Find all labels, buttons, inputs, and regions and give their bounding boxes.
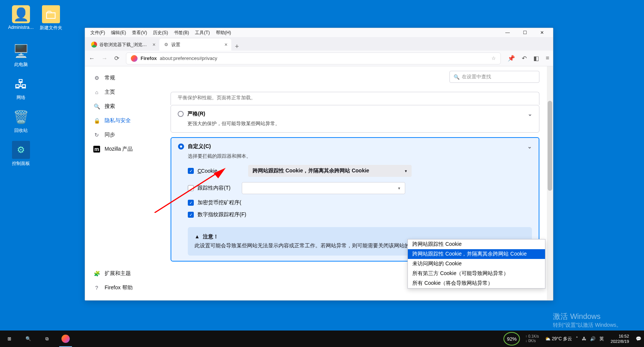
sidebar-item-sync[interactable]: ↻同步 <box>90 128 165 142</box>
settings-content: ⚙常规 ⌂主页 🔍搜索 🔒隐私与安全 ↻同步 mMozilla 产品 🧩扩展和主… <box>85 66 553 300</box>
menu-history[interactable]: 历史(S) <box>150 29 171 37</box>
taskbar-firefox-button[interactable] <box>56 331 75 347</box>
windows-activation-watermark: 激活 Windows 转到"设置"以激活 Windows。 <box>553 311 622 329</box>
cookie-option-3[interactable]: 所有第三方 Cookie（可能导致网站异常） <box>408 269 545 278</box>
checkbox-fingerprinters[interactable]: ✓ <box>188 212 194 218</box>
controlpanel-icon: ⚙ <box>12 141 30 159</box>
sidebar-item-extensions[interactable]: 🧩扩展和主题 <box>90 266 165 281</box>
network-speed-widget[interactable]: ↑ 0.1K/s↓ 0K/s <box>522 334 542 343</box>
desktop-icon-controlpanel[interactable]: ⚙控制面板 <box>7 141 35 167</box>
bookmark-star-icon[interactable]: ☆ <box>491 55 496 61</box>
tab-close-icon[interactable]: × <box>153 42 156 48</box>
undo-icon[interactable]: ↶ <box>522 55 527 62</box>
checkbox-cryptominers[interactable]: ✓ <box>188 200 194 206</box>
battery-percent-widget[interactable]: 92% <box>503 332 520 346</box>
task-view-button[interactable]: ⧉ <box>37 331 56 347</box>
desktop-icon-network[interactable]: 🖧网络 <box>7 75 35 101</box>
nav-back-button[interactable]: ← <box>89 55 95 62</box>
sidebar-item-search[interactable]: 🔍搜索 <box>90 99 165 114</box>
tray-volume-icon[interactable]: 🔊 <box>590 336 596 341</box>
menu-file[interactable]: 文件(F) <box>87 29 108 37</box>
pin-icon[interactable]: 📌 <box>508 55 515 62</box>
sidebar-item-privacy[interactable]: 🔒隐私与安全 <box>90 114 165 128</box>
nav-reload-button[interactable]: ⟳ <box>114 55 119 62</box>
menu-tools[interactable]: 工具(T) <box>192 29 213 37</box>
cookie-option-2[interactable]: 未访问网站的 Cookie <box>408 259 545 269</box>
sidebar-item-mozilla[interactable]: mMozilla 产品 <box>90 142 165 156</box>
user-icon: 👤 <box>12 5 30 23</box>
system-tray: ⛅ 29°C 多云 ˄ 🖧 🔊 英 <box>542 336 607 342</box>
desktop-icon-recyclebin[interactable]: 🗑️回收站 <box>7 108 35 134</box>
chevron-down-icon[interactable]: ⌄ <box>528 111 532 117</box>
strict-option-card[interactable]: 严格(R)⌄ 更强大的保护，但可能导致某些网站异常。 <box>171 105 539 133</box>
help-icon: ? <box>93 285 100 291</box>
checkbox-tracking-content[interactable] <box>188 185 194 191</box>
desktop-icon-thispc[interactable]: 🖥️此电脑 <box>7 42 35 68</box>
cookie-option-0[interactable]: 跨网站跟踪性 Cookie <box>408 239 545 249</box>
search-icon: 🔍 <box>454 74 460 80</box>
cookie-select[interactable]: 跨网站跟踪性 Cookie，并隔离其余跨网站 Cookie▾ <box>248 165 412 177</box>
apps-icon[interactable]: ◧ <box>533 55 539 62</box>
tab-chrome-download[interactable]: 谷歌浏览器下载_浏览器官网入口 × <box>87 39 159 51</box>
firefox-window: 文件(F) 编辑(E) 查看(V) 历史(S) 书签(B) 工具(T) 帮助(H… <box>85 28 553 301</box>
weather-widget[interactable]: ⛅ 29°C 多云 <box>545 336 572 342</box>
sidebar-item-home[interactable]: ⌂主页 <box>90 85 165 99</box>
warning-triangle-icon: ▲ <box>195 232 200 241</box>
cookie-option-1[interactable]: 跨网站跟踪性 Cookie，并隔离其余跨网站 Cookie <box>408 249 545 259</box>
cookie-dropdown: 跨网站跟踪性 Cookie 跨网站跟踪性 Cookie，并隔离其余跨网站 Coo… <box>407 239 545 289</box>
network-icon: 🖧 <box>12 75 30 93</box>
sidebar-item-general[interactable]: ⚙常规 <box>90 71 165 85</box>
hamburger-menu-icon[interactable]: ≡ <box>546 55 549 62</box>
firefox-icon <box>61 335 70 343</box>
window-minimize-button[interactable]: — <box>499 28 516 37</box>
tray-network-icon[interactable]: 🖧 <box>582 336 586 341</box>
vertical-scrollbar[interactable] <box>547 66 553 300</box>
menu-help[interactable]: 帮助(H) <box>213 29 234 37</box>
chevron-down-icon: ▾ <box>405 169 407 174</box>
sync-icon: ↻ <box>93 132 100 138</box>
window-close-button[interactable]: ✕ <box>533 28 551 37</box>
nav-forward-button[interactable]: → <box>102 55 108 62</box>
tab-settings[interactable]: ⚙ 设置 × <box>159 39 231 51</box>
ime-indicator[interactable]: 英 <box>599 336 604 342</box>
menu-bookmarks[interactable]: 书签(B) <box>171 29 192 37</box>
new-tab-button[interactable]: + <box>231 43 243 51</box>
desktop-icon-administrator[interactable]: 👤Administra… <box>7 5 35 30</box>
taskbar-clock[interactable]: 16:522022/8/19 <box>607 334 633 344</box>
tab-close-icon[interactable]: × <box>225 42 228 48</box>
tracking-content-select[interactable]: ▾ <box>242 182 405 194</box>
taskbar-search-button[interactable]: 🔍 <box>19 331 37 347</box>
gear-icon: ⚙ <box>93 75 100 81</box>
chevron-down-icon: ▾ <box>398 186 400 191</box>
window-maximize-button[interactable]: ☐ <box>516 28 533 37</box>
sidebar-item-help[interactable]: ?Firefox 帮助 <box>90 281 165 295</box>
menu-edit[interactable]: 编辑(E) <box>108 29 129 37</box>
desktop-icon-newfolder[interactable]: 🗀新建文件夹 <box>37 5 65 31</box>
tabstrip: 谷歌浏览器下载_浏览器官网入口 × ⚙ 设置 × + <box>85 37 553 51</box>
search-icon: 🔍 <box>93 103 100 109</box>
settings-main: 🔍在设置中查找 平衡保护和性能。页面将正常加载。 严格(R)⌄ 更强大的保护，但… <box>171 66 553 300</box>
settings-sidebar: ⚙常规 ⌂主页 🔍搜索 🔒隐私与安全 ↻同步 mMozilla 产品 🧩扩展和主… <box>85 66 171 300</box>
folder-icon: 🗀 <box>42 5 60 23</box>
chevron-down-icon[interactable]: ⌄ <box>527 144 532 150</box>
notification-center-button[interactable]: 💬 <box>633 331 644 347</box>
chrome-favicon-icon <box>91 42 97 48</box>
urlbar[interactable]: Firefox about:preferences#privacy ☆ <box>126 52 501 64</box>
standard-card-partial: 平衡保护和性能。页面将正常加载。 <box>171 92 539 105</box>
recyclebin-icon: 🗑️ <box>12 108 30 126</box>
radio-custom[interactable] <box>178 144 184 150</box>
toolbar: ← → ⟳ Firefox about:preferences#privacy … <box>85 51 553 66</box>
menu-view[interactable]: 查看(V) <box>129 29 150 37</box>
tray-chevron-up-icon[interactable]: ˄ <box>576 336 578 341</box>
radio-strict[interactable] <box>178 111 184 117</box>
start-button[interactable]: ⊞ <box>0 331 19 347</box>
firefox-logo-icon <box>131 55 138 62</box>
settings-search-input[interactable]: 🔍在设置中查找 <box>449 71 539 83</box>
mozilla-icon: m <box>93 146 100 153</box>
checkbox-cookie[interactable]: ✓ <box>188 168 194 174</box>
cookie-option-4[interactable]: 所有 Cookie（将会导致网站异常） <box>408 278 545 288</box>
menubar: 文件(F) 编辑(E) 查看(V) 历史(S) 书签(B) 工具(T) 帮助(H… <box>85 28 553 37</box>
lock-icon: 🔒 <box>93 118 100 124</box>
puzzle-icon: 🧩 <box>93 271 100 277</box>
scroll-thumb[interactable] <box>548 101 552 191</box>
